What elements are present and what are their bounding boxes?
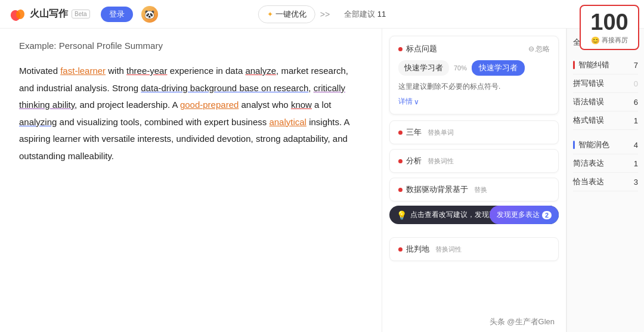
word-analyze[interactable]: analyze [245,66,276,76]
discover-button[interactable]: 发现更多表达 2 [490,206,559,224]
optimize-label: 一键优化 [275,9,306,20]
logo-area: 火山写作 Beta 登录 🐼 [10,6,158,23]
main-content: Example: Personal Profile Summary Motiva… [0,29,644,332]
smile-icon: 😊 [591,36,600,45]
doc-body: Motivated fast-learner with three-year e… [19,63,363,165]
dot-icon [398,47,402,51]
star-icon: ✦ [267,10,273,18]
bar-icon [573,61,575,69]
section-label: 简洁表达 [573,158,604,169]
sidebar-section-polish[interactable]: 智能润色 4 [573,136,638,154]
editor-area[interactable]: Example: Personal Profile Summary Motiva… [0,29,382,332]
replace-tag: 替换词性 [428,157,454,166]
replace-tag: 替换词性 [435,245,462,254]
section-label: 智能润色 [573,139,609,150]
word-score: 70% [454,64,467,72]
word-original: 快速学习者 [398,60,449,76]
word-fast-learner[interactable]: fast-learner [60,66,106,76]
suggestion-item-1[interactable]: 分析 替换词性 [389,149,559,173]
doc-title: Example: Personal Profile Summary [19,41,363,51]
replace-tag: 替换单词 [428,128,454,137]
section-label: 智能纠错 [573,60,609,70]
suggestion-label: 分析 替换词性 [398,156,454,166]
card-header: 标点问题 ⊖ 忽略 [398,44,550,54]
discover-label: 发现更多表达 [497,210,540,220]
suggestion-item-0[interactable]: 三年 替换单词 [389,120,559,144]
word-analyzing[interactable]: analyzing [19,117,57,127]
right-sidebar: 全部建议 11 智能纠错 7 拼写错误 0 语法错误 6 格式错误 [566,29,644,332]
sidebar-section-concise[interactable]: 简洁表达 1 [573,154,638,173]
sidebar-section-correction[interactable]: 智能纠错 7 [573,56,638,75]
navbar-center: ✦ 一键优化 >> 全部建议 11 [258,5,386,23]
word-three-year[interactable]: three-year [126,66,167,76]
replace-tag: 替换 [474,185,487,194]
word-suggested-button[interactable]: 快速学习者 [472,60,525,76]
navbar: 火山写作 Beta 登录 🐼 ✦ 一键优化 >> 全部建议 11 100 😊 再… [0,0,644,29]
word-data-driving[interactable]: data-driving background base on research [141,83,308,93]
suggestion-label: 三年 替换单词 [398,127,454,138]
dot-icon [398,159,402,163]
circle-x-icon: ⊖ [528,45,534,53]
sidebar-section-appropriate[interactable]: 恰当表达 3 [573,173,638,191]
suggestions-panel: 标点问题 ⊖ 忽略 快速学习者 70% 快速学习者 这里建议删除不必要的标点符号… [382,29,566,332]
dot-icon [398,247,402,252]
sidebar-section-grammar[interactable]: 语法错误 6 [573,93,638,111]
suggestion-words: 快速学习者 70% 快速学习者 [398,60,550,76]
suggestion-card-punctuation: 标点问题 ⊖ 忽略 快速学习者 70% 快速学习者 这里建议删除不必要的标点符号… [389,36,559,114]
word-know[interactable]: know [291,100,312,110]
logo-text: 火山写作 [30,8,68,20]
detail-link[interactable]: 详情 ∨ [398,97,550,107]
bulb-icon: 💡 [397,210,407,220]
suggestion-item-2-wrapper: 数据驱动背景基于 替换 💡 点击查看改写建议，发现更多表达 发现更多表达 2 [389,178,559,201]
section-label: 恰当表达 [573,176,604,187]
logo-icon [10,6,26,23]
suggestion-desc: 这里建议删除不必要的标点符号. [398,82,550,92]
word-good-prepared[interactable]: good-prepared [180,100,239,110]
optimize-button[interactable]: ✦ 一键优化 [258,5,315,23]
sidebar-section-spelling[interactable]: 拼写错误 0 [573,75,638,93]
section-label: 格式错误 [573,115,604,126]
more-icon: >> [320,10,330,19]
suggestions-label: 全部建议 11 [344,9,386,20]
suggestion-label: 批判地 替换词性 [398,244,462,255]
dot-icon [398,188,402,192]
login-button[interactable]: 登录 [101,7,133,22]
beta-badge: Beta [72,10,90,18]
bar-icon [573,141,575,149]
section-label: 拼写错误 [573,78,604,89]
score-sublabel: 😊 再接再厉 [591,36,628,45]
sidebar-section-format[interactable]: 格式错误 1 [573,111,638,130]
avatar[interactable]: 🐼 [141,6,158,23]
discover-count: 2 [542,211,552,219]
card-label: 标点问题 [398,44,437,54]
suggestion-item-3[interactable]: 批判地 替换词性 [389,237,559,261]
score-box: 100 😊 再接再厉 [580,5,639,50]
dot-icon [398,131,402,135]
score-number: 100 [590,10,628,35]
word-analytical[interactable]: analytical [269,117,306,127]
section-label: 语法错误 [573,97,604,107]
ignore-button[interactable]: ⊖ 忽略 [528,44,550,54]
suggestion-label: 数据驱动背景基于 替换 [398,184,487,195]
watermark: 头条 @生产者Glen [490,317,555,327]
suggestion-item-2[interactable]: 数据驱动背景基于 替换 [389,178,559,201]
spacer [573,130,638,136]
